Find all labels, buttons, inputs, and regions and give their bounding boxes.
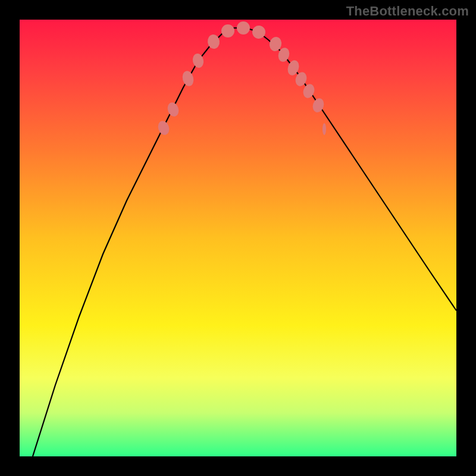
curve-marker [322,123,326,135]
bottleneck-curve [33,28,456,456]
curve-marker [181,70,195,87]
curve-markers [156,21,326,136]
curve-marker [166,101,181,118]
chart-frame: TheBottleneck.com [0,0,476,476]
watermark-label: TheBottleneck.com [346,4,469,19]
curve-marker [156,120,171,136]
curve-marker [237,21,250,35]
curve-marker [221,24,234,37]
curve-layer [20,20,456,456]
